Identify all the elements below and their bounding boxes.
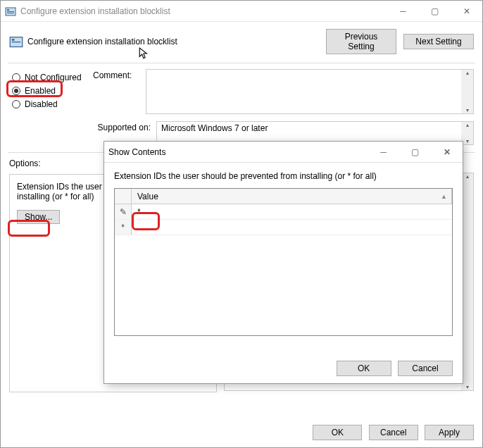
policy-icon: [9, 35, 23, 49]
sort-icon[interactable]: ▲: [441, 193, 447, 200]
dialog-title: Show Contents: [108, 147, 368, 157]
svg-rect-3: [7, 13, 14, 13]
dialog-description: Extension IDs the user should be prevent…: [104, 163, 463, 181]
value-grid[interactable]: Value ▲ ✎ * *: [114, 188, 453, 336]
cell-value[interactable]: *: [137, 207, 141, 217]
radio-not-configured[interactable]: Not Configured: [12, 73, 93, 82]
svg-rect-5: [12, 39, 15, 41]
dialog-minimize-button[interactable]: ─: [368, 142, 399, 162]
previous-setting-button[interactable]: Previous Setting: [326, 29, 396, 54]
main-titlebar: Configure extension installation blockli…: [1, 1, 482, 22]
comment-field[interactable]: ▴▾: [146, 69, 474, 114]
show-button[interactable]: Show...: [17, 210, 60, 224]
comment-label: Comment:: [93, 69, 146, 114]
show-contents-dialog: Show Contents ─ ▢ ✕ Extension IDs the us…: [104, 141, 463, 384]
svg-rect-6: [12, 42, 21, 42]
ok-button[interactable]: OK: [313, 425, 362, 440]
scrollbar[interactable]: ▴▾: [461, 70, 473, 113]
minimize-button[interactable]: ─: [387, 1, 419, 21]
main-title: Configure extension installation blockli…: [20, 6, 387, 16]
next-setting-button[interactable]: Next Setting: [403, 34, 474, 49]
row-marker-new-icon: *: [115, 220, 132, 235]
column-header-value[interactable]: Value: [137, 192, 158, 201]
subtitle: Configure extension installation blockli…: [27, 37, 177, 46]
table-row[interactable]: ✎ *: [115, 204, 452, 220]
apply-button[interactable]: Apply: [425, 425, 474, 440]
close-button[interactable]: ✕: [451, 1, 482, 21]
radio-disabled[interactable]: Disabled: [12, 99, 93, 109]
svg-rect-2: [7, 11, 14, 12]
dialog-cancel-button[interactable]: Cancel: [398, 361, 453, 376]
dialog-close-button[interactable]: ✕: [431, 142, 463, 162]
dialog-maximize-button[interactable]: ▢: [399, 142, 431, 162]
maximize-button[interactable]: ▢: [419, 1, 451, 21]
svg-rect-1: [7, 9, 9, 11]
row-marker-edit-icon: ✎: [115, 204, 132, 219]
table-row[interactable]: *: [115, 220, 452, 235]
radio-enabled[interactable]: Enabled: [12, 86, 93, 96]
cancel-button[interactable]: Cancel: [369, 425, 418, 440]
policy-icon: [5, 6, 16, 17]
dialog-ok-button[interactable]: OK: [337, 361, 391, 376]
